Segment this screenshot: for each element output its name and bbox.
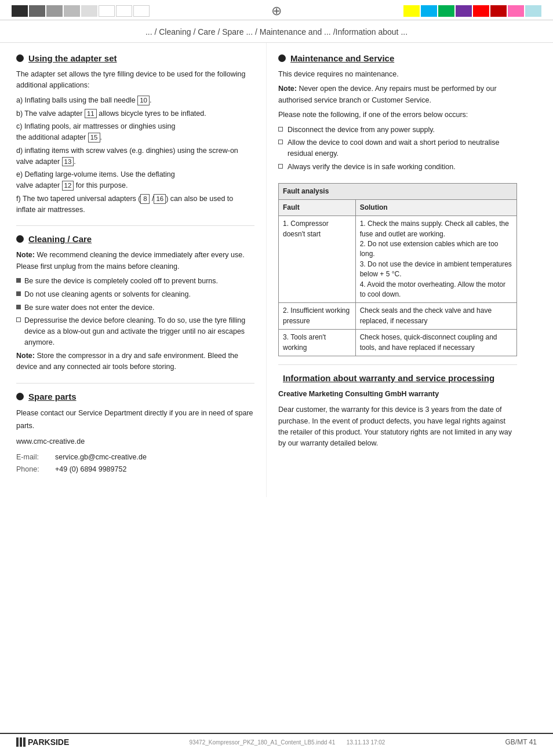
- fault-table: Fault analysis Fault Solution 1. Compres…: [278, 183, 517, 356]
- footer-page-number: GB/MT 41: [505, 738, 537, 746]
- cleaning-item-4: Depressurise the device before cleaning.…: [16, 315, 254, 348]
- open-sq-icon-2: [278, 140, 283, 144]
- spare-parts-title: Spare parts: [16, 392, 254, 401]
- parkside-bars: [16, 737, 26, 747]
- bullet-icon: [16, 54, 24, 62]
- color-block-red: [473, 5, 489, 17]
- fault-analysis-header-row: Fault analysis: [279, 183, 517, 199]
- filled-bullet-icon-2: [16, 291, 21, 296]
- filled-bullet-icon-3: [16, 305, 21, 309]
- color-block-3: [46, 5, 63, 17]
- open-sq-icon-1: [278, 127, 283, 132]
- fault-table-header: Fault Solution: [279, 199, 517, 216]
- color-block-1: [12, 5, 28, 17]
- spare-phone-row: Phone: +49 (0) 6894 9989752: [16, 463, 254, 476]
- bar-1: [16, 737, 19, 747]
- bullet-icon-3: [16, 393, 24, 400]
- box-16: 16: [154, 194, 166, 204]
- fault-row-3: 3. Tools aren't working Check hoses, qui…: [279, 330, 517, 356]
- maint-item-2: Allow the device to cool down and wait a…: [278, 137, 517, 159]
- bullet-icon-4: [278, 54, 286, 62]
- color-block-yellow: [403, 5, 420, 17]
- bar-2: [20, 737, 22, 747]
- warranty-title: Information about warranty and service p…: [278, 373, 517, 383]
- crosshair-center: ⊕: [271, 5, 282, 17]
- color-block-7: [116, 5, 132, 17]
- color-block-6: [99, 5, 115, 17]
- fault-row-2: 2. Insufficient working pressure Check s…: [279, 303, 517, 330]
- color-block-2: [29, 5, 45, 17]
- adapter-set-section: Using the adapter set The adapter set al…: [16, 53, 254, 215]
- color-blocks-left: [12, 5, 150, 17]
- parkside-logo: PARKSIDE: [16, 737, 69, 747]
- bar-3: [23, 737, 26, 747]
- box-12: 12: [62, 181, 74, 191]
- warranty-section: Information about warranty and service p…: [278, 373, 517, 450]
- color-block-4: [64, 5, 80, 17]
- color-block-5: [81, 5, 97, 17]
- cleaning-note: Note: We recommend cleaning the device i…: [16, 250, 254, 272]
- maintenance-list: Disconnect the device from any power sup…: [278, 125, 517, 173]
- adapter-item-f: f) The two tapered universal adapters (8…: [16, 193, 254, 216]
- cleaning-item-1: Be sure the device is completely cooled …: [16, 276, 254, 287]
- maintenance-note: Note: Never open the device. Any repairs…: [278, 83, 517, 106]
- color-block-cyan: [421, 5, 437, 17]
- spare-parts-body: Please contact our Service Department di…: [16, 407, 254, 476]
- open-sq-icon-3: [278, 164, 283, 169]
- filled-bullet-icon: [16, 278, 21, 283]
- box-11: 11: [85, 109, 97, 119]
- color-block-purple: [456, 5, 472, 17]
- maint-item-3: Always verify the device is in safe work…: [278, 162, 517, 173]
- cleaning-care-section: Cleaning / Care Note: We recommend clean…: [16, 234, 254, 372]
- cleaning-care-body: Note: We recommend cleaning the device i…: [16, 250, 254, 372]
- adapter-item-c: c) Inflating pools, air mattresses or di…: [16, 121, 254, 143]
- maintenance-title: Maintenance and Service: [278, 53, 517, 63]
- footer: PARKSIDE 93472_Kompressor_PKZ_180_A1_Con…: [0, 733, 553, 750]
- box-15: 15: [88, 133, 100, 143]
- page: ⊕ ... / Cleaning / Care / Spare ... / Ma…: [0, 0, 553, 756]
- warranty-subtitle: Creative Marketing Consulting GmbH warra…: [278, 389, 517, 400]
- footer-file-note: 93472_Kompressor_PKZ_180_A1_Content_LB5.…: [69, 739, 505, 746]
- cleaning-note2: Note: Store the compressor in a dry and …: [16, 350, 254, 373]
- color-block-green: [438, 5, 454, 17]
- adapter-set-body: The adapter set allows the tyre filling …: [16, 69, 254, 215]
- maint-item-1: Disconnect the device from any power sup…: [278, 125, 517, 136]
- spare-parts-section: Spare parts Please contact our Service D…: [16, 392, 254, 476]
- adapter-item-d: d) inflating items with screw valves (e.…: [16, 145, 254, 167]
- cleaning-care-title: Cleaning / Care: [16, 234, 254, 244]
- box-10: 10: [137, 96, 150, 105]
- right-column: Maintenance and Service This device requ…: [267, 43, 533, 497]
- color-block-pink: [508, 5, 524, 17]
- adapter-list: a) Inflating balls using the ball needle…: [16, 95, 254, 216]
- maintenance-section: Maintenance and Service This device requ…: [278, 53, 517, 356]
- cleaning-item-3: Be sure water does not enter the device.: [16, 302, 254, 313]
- breadcrumb: ... / Cleaning / Care / Spare ... / Main…: [0, 20, 553, 43]
- color-block-lightblue: [525, 5, 541, 17]
- color-block-8: [133, 5, 150, 17]
- bullet-icon-2: [16, 235, 24, 243]
- box-8: 8: [140, 194, 150, 204]
- cleaning-list: Be sure the device is completely cooled …: [16, 276, 254, 348]
- color-bar-container: ⊕: [0, 0, 553, 20]
- adapter-set-title: Using the adapter set: [16, 53, 254, 63]
- adapter-item-e: e) Deflating large-volume items. Use the…: [16, 169, 254, 191]
- left-column: Using the adapter set The adapter set al…: [0, 43, 267, 497]
- box-13: 13: [62, 157, 74, 167]
- open-bullet-icon: [16, 317, 21, 322]
- fault-row-1: 1. Compressor doesn't start 1. Check the…: [279, 216, 517, 303]
- adapter-item-b: b) The valve adapter 11 allows bicycle t…: [16, 108, 254, 119]
- parkside-text: PARKSIDE: [28, 737, 69, 747]
- cleaning-item-2: Do not use cleaning agents or solvents f…: [16, 289, 254, 300]
- color-blocks-right: [403, 5, 541, 17]
- spare-email-row: E-mail: service.gb@cmc-creative.de: [16, 451, 254, 463]
- adapter-item-a: a) Inflating balls using the ball needle…: [16, 95, 254, 106]
- warranty-body: Creative Marketing Consulting GmbH warra…: [278, 389, 517, 450]
- main-content: Using the adapter set The adapter set al…: [0, 43, 553, 497]
- color-block-darkred: [490, 5, 507, 17]
- maintenance-body: This device requires no maintenance. Not…: [278, 69, 517, 173]
- warranty-text: Dear customer, the warranty for this dev…: [278, 404, 517, 450]
